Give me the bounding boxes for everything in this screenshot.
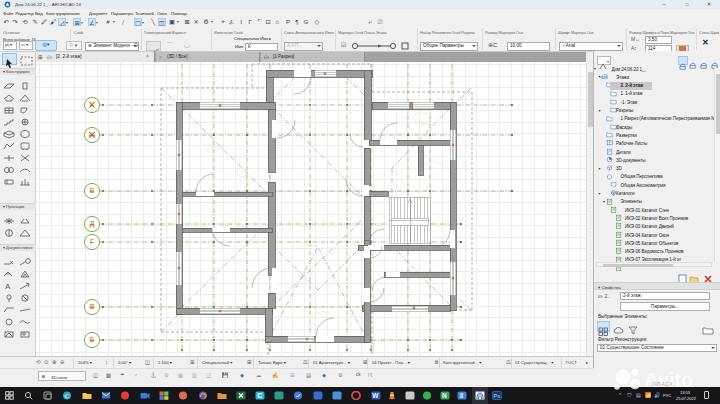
svg-text:Г: Г bbox=[90, 238, 94, 245]
svg-text:Б: Б bbox=[90, 336, 95, 343]
svg-text:C: C bbox=[257, 392, 262, 399]
svg-text:Ps: Ps bbox=[494, 393, 501, 399]
svg-text:Е: Е bbox=[90, 187, 95, 194]
svg-text:3: 3 bbox=[460, 392, 464, 399]
svg-text:В: В bbox=[90, 303, 95, 310]
svg-text:ГАП-АС-Х: ГАП-АС-Х bbox=[652, 382, 672, 387]
svg-text:Д: Д bbox=[90, 220, 95, 228]
svg-text:Avito: Avito bbox=[644, 369, 693, 391]
svg-text:N: N bbox=[442, 392, 447, 399]
svg-text:W: W bbox=[372, 392, 379, 399]
